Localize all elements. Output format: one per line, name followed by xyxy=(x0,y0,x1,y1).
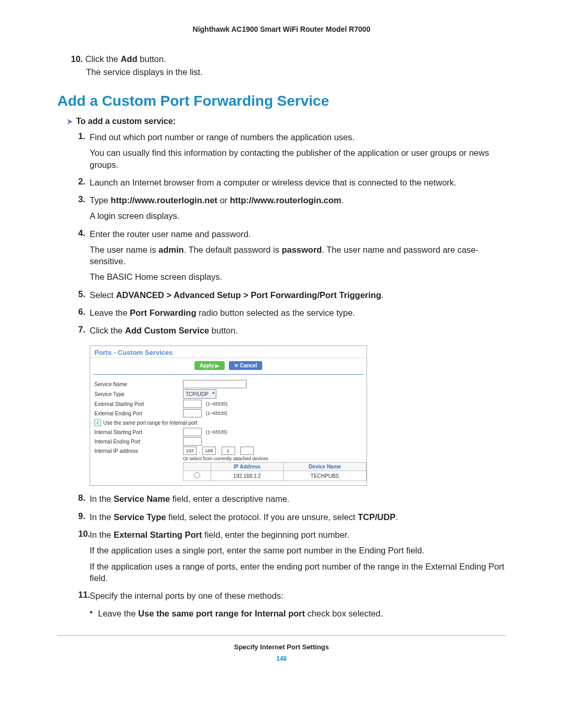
step-paragraph: Click the Add Custom Service button. xyxy=(90,325,506,336)
step-number: 4. xyxy=(78,228,90,287)
bullet-icon: • xyxy=(90,608,98,619)
step-body: Find out which port number or range of n… xyxy=(90,131,506,175)
step-paragraph: In the External Starting Port field, ent… xyxy=(90,529,506,540)
step-paragraph: If the application uses a single port, e… xyxy=(90,545,506,556)
step-paragraph: Select ADVANCED > Advanced Setup > Port … xyxy=(90,289,506,301)
device-radio[interactable] xyxy=(194,472,200,478)
bullet-item: •Leave the Use the same port range for I… xyxy=(90,608,506,619)
cell-device: TECHPUBS xyxy=(284,471,366,481)
ip-octet-4[interactable] xyxy=(240,447,254,455)
step-9: 9.In the Service Type field, select the … xyxy=(78,511,506,527)
th-ip-address: IP Address xyxy=(211,463,284,471)
step-2: 2.Launch an Internet browser from a comp… xyxy=(78,177,506,192)
step-body: Select ADVANCED > Advanced Setup > Port … xyxy=(90,289,506,305)
step-paragraph: You can usually find this information by… xyxy=(90,147,506,170)
step-number: 11. xyxy=(78,590,90,606)
step-body: Leave the Port Forwarding radio button s… xyxy=(90,307,506,323)
step-number: 9. xyxy=(78,511,90,527)
service-type-select[interactable]: TCP/UDP xyxy=(183,389,216,399)
button-row: Apply ▶✕ Cancel xyxy=(90,358,366,373)
procedure-steps: 1.Find out which port number or range of… xyxy=(57,131,506,620)
step-paragraph: Specify the internal ports by one of the… xyxy=(90,590,506,601)
prev-step-10-detail: The service displays in the list. xyxy=(86,67,506,77)
label-same-port: Use the same port range for Internal por… xyxy=(103,419,198,425)
step-body: Specify the internal ports by one of the… xyxy=(90,590,506,606)
step-paragraph: In the Service Type field, select the pr… xyxy=(90,511,506,523)
panel-title: Ports - Custom Services xyxy=(90,346,366,358)
label-ext-start: External Starting Port xyxy=(94,401,183,407)
step-body: In the External Starting Port field, ent… xyxy=(90,529,506,588)
ip-octet-1[interactable]: 192 xyxy=(183,447,197,455)
table-row: 192.168.1.2TECHPUBS xyxy=(183,471,366,481)
footer-divider xyxy=(57,635,506,636)
step-paragraph: Find out which port number or range of n… xyxy=(90,131,506,143)
label-int-ip: Internal IP address xyxy=(94,448,183,454)
chevron-right-icon: ➤ xyxy=(67,117,73,126)
step-body: Click the Add Custom Service button. xyxy=(90,325,506,340)
step-number: 1. xyxy=(78,131,90,175)
step-body: In the Service Type field, select the pr… xyxy=(90,511,506,527)
step-7: 7.Click the Add Custom Service button. xyxy=(78,325,506,340)
step-paragraph: The BASIC Home screen displays. xyxy=(90,271,506,282)
ext-end-input[interactable] xyxy=(183,409,202,417)
label-service-type: Service Type xyxy=(94,391,183,397)
step-1: 1.Find out which port number or range of… xyxy=(78,131,506,175)
footer-page-number: 148 xyxy=(57,655,506,662)
step-8: 8.In the Service Name field, enter a des… xyxy=(78,493,506,509)
step-number: 5. xyxy=(78,289,90,305)
ext-start-input[interactable] xyxy=(183,400,202,408)
step-3: 3.Type http://www.routerlogin.net or htt… xyxy=(78,194,506,226)
label-int-end: Internal Ending Port xyxy=(94,439,183,445)
attached-devices-table: IP AddressDevice Name192.168.1.2TECHPUBS xyxy=(183,462,366,481)
cell-ip: 192.168.1.2 xyxy=(211,471,284,481)
step-number: 6. xyxy=(78,307,90,323)
step-number: 2. xyxy=(78,177,90,192)
step-paragraph: Launch an Internet browser from a comput… xyxy=(90,177,506,188)
step-10: 10.In the External Starting Port field, … xyxy=(78,529,506,588)
document-page: Nighthawk AC1900 Smart WiFi Router Model… xyxy=(0,0,563,728)
cancel-button[interactable]: ✕ Cancel xyxy=(229,361,262,370)
int-end-input[interactable] xyxy=(183,437,202,446)
router-ui-screenshot: Ports - Custom ServicesApply ▶✕ CancelSe… xyxy=(90,346,367,486)
bullet-text: Leave the Use the same port range for In… xyxy=(98,608,383,619)
step-paragraph: If the application uses a range of ports… xyxy=(90,561,506,584)
step-paragraph: Type http://www.routerlogin.net or http:… xyxy=(90,194,506,206)
step-body: Type http://www.routerlogin.net or http:… xyxy=(90,194,506,226)
step-paragraph: A login screen displays. xyxy=(90,210,506,221)
form-area: Service NameService TypeTCP/UDPExternal … xyxy=(90,378,366,485)
ip-octet-2[interactable]: 168 xyxy=(202,447,216,455)
procedure-heading: ➤To add a custom service: xyxy=(67,117,506,126)
page-header: Nighthawk AC1900 Smart WiFi Router Model… xyxy=(57,25,506,33)
step-4: 4.Enter the router user name and passwor… xyxy=(78,228,506,287)
apply-button[interactable]: Apply ▶ xyxy=(194,361,225,370)
step-number: 3. xyxy=(78,194,90,226)
label-service-name: Service Name xyxy=(94,381,183,387)
same-port-checkbox[interactable]: ✓ xyxy=(94,419,101,426)
step-number: 7. xyxy=(78,325,90,340)
step-body: In the Service Name field, enter a descr… xyxy=(90,493,506,509)
step-paragraph: The user name is admin. The default pass… xyxy=(90,244,506,267)
step-11: 11.Specify the internal ports by one of … xyxy=(78,590,506,606)
attached-devices-note: Or select from currently attached device… xyxy=(183,456,362,461)
step-paragraph: In the Service Name field, enter a descr… xyxy=(90,493,506,504)
step-5: 5.Select ADVANCED > Advanced Setup > Por… xyxy=(78,289,506,305)
label-ext-end: External Ending Port xyxy=(94,411,183,416)
int-start-input[interactable] xyxy=(183,428,202,436)
step-6: 6.Leave the Port Forwarding radio button… xyxy=(78,307,506,323)
ip-octet-3[interactable]: 1 xyxy=(222,447,235,455)
step-paragraph: Leave the Port Forwarding radio button s… xyxy=(90,307,506,318)
label-int-start: Internal Starting Port xyxy=(94,429,183,435)
step-body: Launch an Internet browser from a comput… xyxy=(90,177,506,192)
step-number: 8. xyxy=(78,493,90,509)
th-device-name: Device Name xyxy=(284,463,366,471)
step-number: 10. xyxy=(78,529,90,588)
footer-title: Specify Internet Port Settings xyxy=(57,643,506,651)
step-body: Enter the router user name and password.… xyxy=(90,228,506,287)
service-name-input[interactable] xyxy=(183,380,247,388)
panel-divider xyxy=(93,374,363,375)
prev-step-10: 10. Click the Add button. xyxy=(71,54,506,64)
step-paragraph: Enter the router user name and password. xyxy=(90,228,506,240)
section-heading: Add a Custom Port Forwarding Service xyxy=(57,93,506,109)
